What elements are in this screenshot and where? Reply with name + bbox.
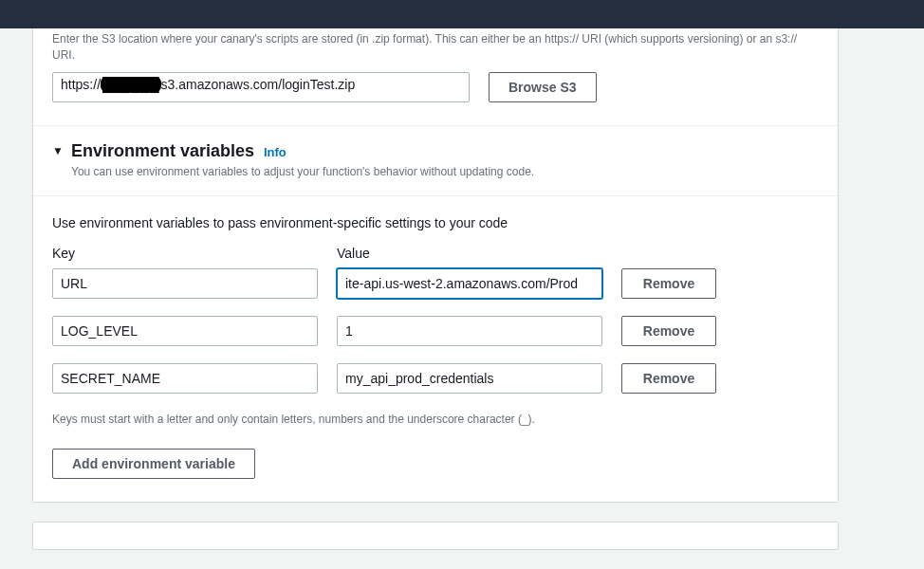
s3-location-input[interactable]: https://██████s3.amazonaws.com/loginTest… [52,72,470,102]
env-vars-column-headers: Key Value [33,246,838,265]
viewport: Enter the S3 location where your canary'… [0,0,924,569]
env-var-row: Remove [33,359,838,407]
caret-down-icon: ▼ [52,145,64,156]
s3-helper-text: Enter the S3 location where your canary'… [33,28,838,72]
env-key-input[interactable] [52,268,318,299]
s3-url-suffix: s3.amazonaws.com/loginTest.zip [161,77,356,92]
remove-env-var-button[interactable]: Remove [621,316,716,346]
env-value-input[interactable] [337,363,602,394]
info-link[interactable]: Info [264,145,286,159]
remove-env-var-button[interactable]: Remove [621,268,716,299]
aws-topbar [0,0,924,28]
env-var-row: Remove [33,312,838,359]
s3-location-row: https://██████s3.amazonaws.com/loginTest… [33,72,838,125]
next-panel-peek [32,522,839,550]
value-column-label: Value [337,246,602,261]
env-vars-subtitle: You can use environment variables to adj… [33,163,838,195]
env-keys-helper: Keys must start with a letter and only c… [33,407,838,449]
key-column-label: Key [52,246,318,261]
env-key-input[interactable] [52,363,318,394]
browse-s3-button[interactable]: Browse S3 [489,72,597,102]
env-key-input[interactable] [52,316,318,346]
env-value-input[interactable] [337,316,602,346]
page-content: Enter the S3 location where your canary'… [0,28,924,550]
s3-url-prefix: https:// [61,77,101,92]
env-vars-title: Environment variables [71,141,254,161]
s3-url-masked: ██████ [101,77,161,92]
remove-env-var-button[interactable]: Remove [621,363,716,394]
env-vars-intro: Use environment variables to pass enviro… [33,196,838,246]
add-env-var-row: Add environment variable [33,449,838,502]
env-vars-header[interactable]: ▼ Environment variables Info [33,126,838,163]
env-var-row: Remove [33,265,838,312]
env-value-input[interactable] [337,268,602,299]
canary-config-panel: Enter the S3 location where your canary'… [32,28,839,503]
add-env-var-button[interactable]: Add environment variable [52,449,255,479]
